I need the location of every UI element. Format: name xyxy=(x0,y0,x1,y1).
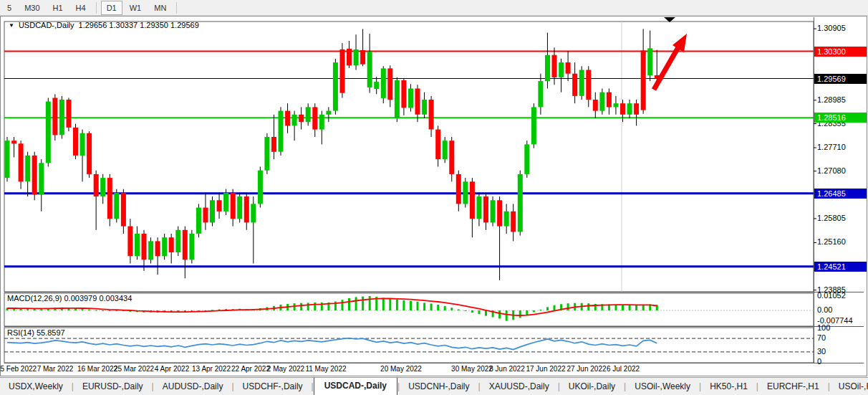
date-axis-label: 30 May 2022 xyxy=(451,365,493,373)
symbol-tab-eurusd-daily[interactable]: EURUSD-,Daily xyxy=(74,379,152,395)
price-axis-tick-label: 1.25160 xyxy=(817,237,846,246)
level-price-label: 1.26485 xyxy=(814,189,867,199)
date-axis-label: 27 Jun 2022 xyxy=(566,365,606,373)
timeframe-button-5[interactable]: 5 xyxy=(1,1,17,15)
chart-title-row: ▼ USDCAD-,Daily 1.29656 1.30337 1.29350 … xyxy=(9,21,199,29)
rsi-axis-label: 70 xyxy=(817,333,826,342)
price-axis-tick-label: 1.27080 xyxy=(817,166,846,175)
toolbar-separator xyxy=(96,2,97,14)
date-axis-label: 16 Mar 2022 xyxy=(77,365,117,373)
symbol-tab-usdcnh-daily[interactable]: USDCNH-,Daily xyxy=(400,379,478,395)
symbol-tab-bar: USDX,Weekly|EURUSD-,Daily|AUDUSD-,Daily|… xyxy=(0,377,868,395)
symbol-tab-audusd-daily[interactable]: AUDUSD-,Daily xyxy=(154,379,232,395)
chart-window[interactable] xyxy=(0,16,867,376)
date-axis-label: 17 Jun 2022 xyxy=(526,365,565,373)
date-axis-label: 11 May 2022 xyxy=(305,365,346,373)
price-axis-tick-label: 1.27710 xyxy=(817,143,846,151)
symbol-tab-usoil-h[interactable]: USOil-,H xyxy=(830,379,868,395)
price-axis-tick-label: 1.25805 xyxy=(817,214,846,222)
symbol-tab-eurchf-h1[interactable]: EURCHF-,H1 xyxy=(758,379,828,395)
symbol-tab-usdchf-daily[interactable]: USDCHF-,Daily xyxy=(234,379,312,395)
timeframe-button-h4[interactable]: H4 xyxy=(70,1,92,15)
symbol-tab-usdx-weekly[interactable]: USDX,Weekly xyxy=(0,379,72,395)
chart-ohlc-values: 1.29656 1.30337 1.29350 1.29569 xyxy=(79,21,199,29)
rsi-axis-label: 0 xyxy=(817,357,821,366)
rsi-indicator-label: RSI(14) 55.8597 xyxy=(7,328,65,337)
symbol-tab-ukoil-daily[interactable]: UKOil-,Daily xyxy=(560,379,624,395)
date-axis-label: 20 May 2022 xyxy=(380,365,422,373)
current-price-label: 1.29569 xyxy=(814,74,867,84)
timeframe-toolbar: 5M30H1H4D1W1MN xyxy=(0,0,868,16)
date-axis-label: 4 Apr 2022 xyxy=(155,365,189,373)
timeframe-button-d1[interactable]: D1 xyxy=(101,1,122,15)
date-axis-label: 2 May 2022 xyxy=(267,365,304,373)
rsi-axis-label: 100 xyxy=(817,323,830,332)
symbol-tab-hk50-h1[interactable]: HK50-,H1 xyxy=(701,379,756,395)
rsi-axis-label: 30 xyxy=(817,347,826,356)
chart-symbol-title: USDCAD-,Daily xyxy=(19,21,74,29)
timeframe-button-mn[interactable]: MN xyxy=(148,1,172,15)
date-axis-label: 25 Feb 2022 xyxy=(0,365,37,373)
symbol-tab-xauusd-daily[interactable]: XAUUSD-,Daily xyxy=(481,379,558,395)
macd-axis-max-label: 0.01052 xyxy=(817,291,846,300)
date-axis-label: 7 Mar 2022 xyxy=(37,365,74,373)
symbol-dropdown-icon[interactable]: ▼ xyxy=(9,22,14,29)
date-axis-label: 6 Jul 2022 xyxy=(607,365,640,373)
toolbar-separator xyxy=(176,2,177,14)
timeframe-button-h1[interactable]: H1 xyxy=(47,1,69,15)
date-axis-label: 25 Mar 2022 xyxy=(114,365,154,373)
date-axis-label: 13 Apr 2022 xyxy=(192,365,231,373)
timeframe-button-m30[interactable]: M30 xyxy=(19,1,45,15)
level-price-label: 1.28516 xyxy=(814,113,867,123)
level-price-label: 1.24521 xyxy=(814,262,867,272)
price-axis-tick-label: 1.30905 xyxy=(817,24,846,32)
level-price-label: 1.30300 xyxy=(814,47,867,57)
price-axis-tick-label: 1.28985 xyxy=(817,95,846,104)
date-axis-label: 22 Apr 2022 xyxy=(231,365,270,373)
timeframe-button-w1[interactable]: W1 xyxy=(124,1,148,15)
date-axis-label: 8 Jun 2022 xyxy=(489,365,525,373)
macd-indicator-label: MACD(12,26,9) 0.003979 0.003434 xyxy=(7,294,132,303)
trading-terminal-screen: 5M30H1H4D1W1MN ▼ USDCAD-,Daily 1.29656 1… xyxy=(0,0,868,395)
symbol-tab-usdcad-daily[interactable]: USDCAD-,Daily xyxy=(314,377,397,395)
macd-axis-zero-label: 0.00 xyxy=(817,305,832,314)
symbol-tab-usoil-weekly[interactable]: USOil-,Weekly xyxy=(626,379,699,395)
